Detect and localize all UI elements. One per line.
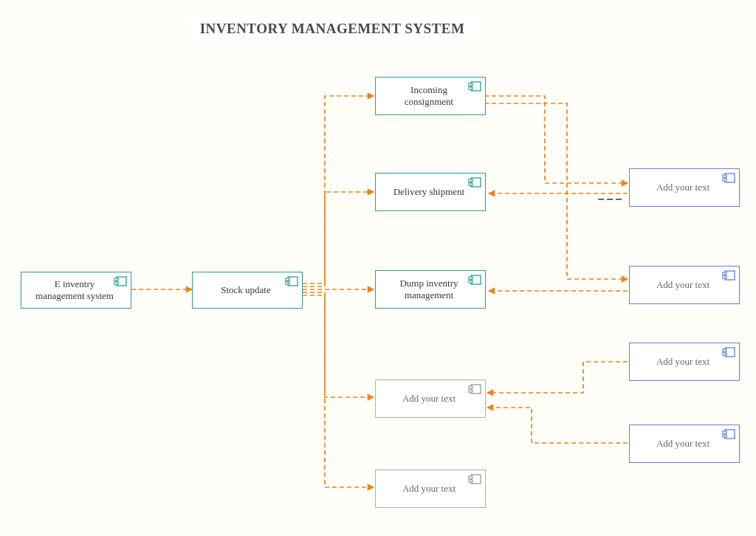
component-incoming-consignment[interactable]: Incoming consignment <box>375 77 486 115</box>
component-label: Add your text <box>656 182 709 193</box>
component-label: Dump inventry management <box>388 278 469 302</box>
component-label: Stock update <box>221 284 271 296</box>
svg-rect-31 <box>722 431 726 433</box>
svg-rect-5 <box>285 282 289 284</box>
component-icon <box>114 276 127 286</box>
component-icon <box>722 347 735 357</box>
svg-rect-2 <box>114 282 118 284</box>
component-e-inventory-mgmt[interactable]: E inventry management system <box>21 272 131 309</box>
svg-rect-7 <box>468 83 472 86</box>
component-delivery-shipment[interactable]: Delivery shipment <box>375 173 486 211</box>
component-stock-update[interactable]: Stock update <box>192 272 303 309</box>
svg-rect-19 <box>468 476 472 478</box>
svg-rect-28 <box>722 349 726 351</box>
component-icon <box>722 429 735 439</box>
svg-rect-4 <box>285 278 289 281</box>
component-label: Add your text <box>656 438 709 450</box>
svg-rect-25 <box>722 272 726 275</box>
component-label: Add your text <box>402 483 456 495</box>
component-placeholder-r1[interactable]: Add your text <box>629 168 740 207</box>
component-label: Incoming consignment <box>388 84 469 109</box>
component-icon <box>468 384 481 394</box>
component-icon <box>468 474 481 484</box>
svg-rect-23 <box>722 179 726 181</box>
svg-rect-29 <box>722 353 726 355</box>
component-icon <box>468 275 481 285</box>
component-placeholder-c3b[interactable]: Add your text <box>375 470 486 508</box>
component-dump-inventory-mgmt[interactable]: Dump inventry management <box>375 270 486 309</box>
svg-rect-22 <box>722 175 726 177</box>
diagram-title: INVENTORY MANAGEMENT SYSTEM <box>188 16 476 41</box>
svg-rect-20 <box>468 480 472 482</box>
component-placeholder-r4[interactable]: Add your text <box>629 425 740 463</box>
component-label: E inventry management system <box>34 278 114 303</box>
component-placeholder-r2[interactable]: Add your text <box>629 266 740 304</box>
component-placeholder-c3a[interactable]: Add your text <box>375 379 486 418</box>
svg-rect-13 <box>468 277 472 279</box>
component-label: Add your text <box>402 393 456 405</box>
svg-rect-26 <box>722 276 726 278</box>
svg-rect-16 <box>468 386 472 388</box>
component-icon <box>468 81 481 92</box>
svg-rect-32 <box>722 435 726 437</box>
component-placeholder-r3[interactable]: Add your text <box>629 343 740 381</box>
svg-rect-10 <box>468 179 472 182</box>
svg-rect-1 <box>114 278 118 281</box>
svg-rect-11 <box>468 183 472 185</box>
component-label: Add your text <box>656 279 709 291</box>
component-icon <box>468 177 481 188</box>
component-label: Delivery shipment <box>394 186 464 198</box>
component-icon <box>285 276 298 286</box>
component-icon <box>722 173 735 183</box>
svg-rect-8 <box>468 87 472 89</box>
svg-rect-14 <box>468 281 472 283</box>
svg-rect-17 <box>468 390 472 392</box>
component-icon <box>722 270 735 281</box>
component-label: Add your text <box>656 356 709 368</box>
